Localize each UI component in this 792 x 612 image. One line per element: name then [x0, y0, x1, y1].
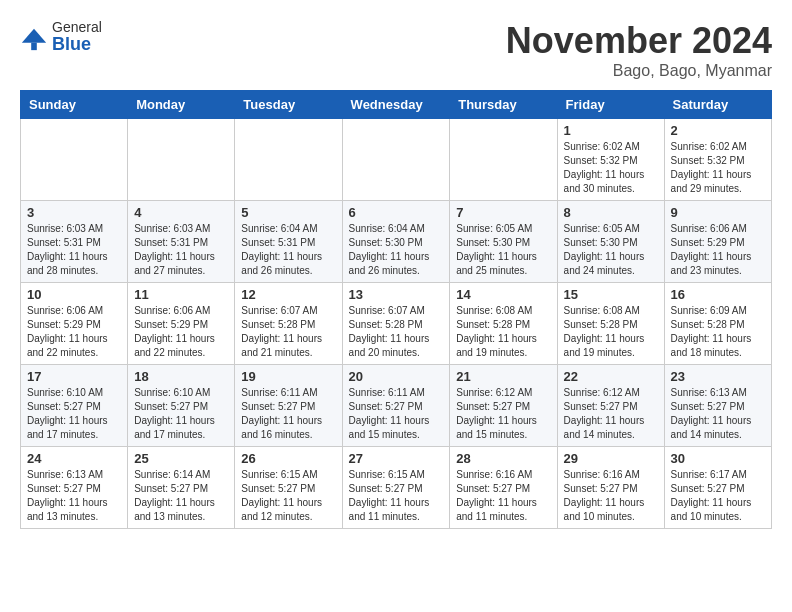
- day-number: 23: [671, 369, 765, 384]
- calendar-cell: 17Sunrise: 6:10 AM Sunset: 5:27 PM Dayli…: [21, 365, 128, 447]
- logo: General Blue: [20, 20, 102, 55]
- day-info: Sunrise: 6:04 AM Sunset: 5:30 PM Dayligh…: [349, 222, 444, 278]
- day-info: Sunrise: 6:03 AM Sunset: 5:31 PM Dayligh…: [134, 222, 228, 278]
- day-info: Sunrise: 6:07 AM Sunset: 5:28 PM Dayligh…: [349, 304, 444, 360]
- header: General Blue November 2024 Bago, Bago, M…: [20, 20, 772, 80]
- calendar-cell: 7Sunrise: 6:05 AM Sunset: 5:30 PM Daylig…: [450, 201, 557, 283]
- day-info: Sunrise: 6:02 AM Sunset: 5:32 PM Dayligh…: [671, 140, 765, 196]
- day-number: 9: [671, 205, 765, 220]
- calendar-cell: 16Sunrise: 6:09 AM Sunset: 5:28 PM Dayli…: [664, 283, 771, 365]
- day-info: Sunrise: 6:11 AM Sunset: 5:27 PM Dayligh…: [349, 386, 444, 442]
- day-info: Sunrise: 6:17 AM Sunset: 5:27 PM Dayligh…: [671, 468, 765, 524]
- calendar-cell: 1Sunrise: 6:02 AM Sunset: 5:32 PM Daylig…: [557, 119, 664, 201]
- day-info: Sunrise: 6:08 AM Sunset: 5:28 PM Dayligh…: [564, 304, 658, 360]
- day-number: 13: [349, 287, 444, 302]
- day-info: Sunrise: 6:13 AM Sunset: 5:27 PM Dayligh…: [27, 468, 121, 524]
- day-info: Sunrise: 6:06 AM Sunset: 5:29 PM Dayligh…: [134, 304, 228, 360]
- day-number: 6: [349, 205, 444, 220]
- day-info: Sunrise: 6:05 AM Sunset: 5:30 PM Dayligh…: [564, 222, 658, 278]
- calendar-cell: 25Sunrise: 6:14 AM Sunset: 5:27 PM Dayli…: [128, 447, 235, 529]
- calendar-cell: 20Sunrise: 6:11 AM Sunset: 5:27 PM Dayli…: [342, 365, 450, 447]
- logo-text: General Blue: [52, 20, 102, 55]
- day-number: 14: [456, 287, 550, 302]
- day-number: 1: [564, 123, 658, 138]
- day-info: Sunrise: 6:09 AM Sunset: 5:28 PM Dayligh…: [671, 304, 765, 360]
- calendar-cell: 30Sunrise: 6:17 AM Sunset: 5:27 PM Dayli…: [664, 447, 771, 529]
- logo-icon: [20, 24, 48, 52]
- day-info: Sunrise: 6:06 AM Sunset: 5:29 PM Dayligh…: [27, 304, 121, 360]
- day-info: Sunrise: 6:08 AM Sunset: 5:28 PM Dayligh…: [456, 304, 550, 360]
- day-info: Sunrise: 6:13 AM Sunset: 5:27 PM Dayligh…: [671, 386, 765, 442]
- title-area: November 2024 Bago, Bago, Myanmar: [506, 20, 772, 80]
- calendar-cell: 13Sunrise: 6:07 AM Sunset: 5:28 PM Dayli…: [342, 283, 450, 365]
- calendar-cell: 6Sunrise: 6:04 AM Sunset: 5:30 PM Daylig…: [342, 201, 450, 283]
- calendar-cell: 26Sunrise: 6:15 AM Sunset: 5:27 PM Dayli…: [235, 447, 342, 529]
- col-header-friday: Friday: [557, 91, 664, 119]
- col-header-tuesday: Tuesday: [235, 91, 342, 119]
- day-number: 8: [564, 205, 658, 220]
- day-info: Sunrise: 6:06 AM Sunset: 5:29 PM Dayligh…: [671, 222, 765, 278]
- day-info: Sunrise: 6:04 AM Sunset: 5:31 PM Dayligh…: [241, 222, 335, 278]
- day-number: 27: [349, 451, 444, 466]
- day-number: 7: [456, 205, 550, 220]
- day-info: Sunrise: 6:11 AM Sunset: 5:27 PM Dayligh…: [241, 386, 335, 442]
- day-info: Sunrise: 6:05 AM Sunset: 5:30 PM Dayligh…: [456, 222, 550, 278]
- day-info: Sunrise: 6:10 AM Sunset: 5:27 PM Dayligh…: [27, 386, 121, 442]
- day-number: 10: [27, 287, 121, 302]
- day-number: 4: [134, 205, 228, 220]
- day-number: 29: [564, 451, 658, 466]
- col-header-saturday: Saturday: [664, 91, 771, 119]
- day-info: Sunrise: 6:15 AM Sunset: 5:27 PM Dayligh…: [349, 468, 444, 524]
- calendar-cell: 12Sunrise: 6:07 AM Sunset: 5:28 PM Dayli…: [235, 283, 342, 365]
- day-info: Sunrise: 6:12 AM Sunset: 5:27 PM Dayligh…: [456, 386, 550, 442]
- day-number: 19: [241, 369, 335, 384]
- day-number: 24: [27, 451, 121, 466]
- day-number: 30: [671, 451, 765, 466]
- day-number: 15: [564, 287, 658, 302]
- svg-rect-1: [31, 42, 37, 49]
- calendar-cell: [450, 119, 557, 201]
- calendar-cell: 2Sunrise: 6:02 AM Sunset: 5:32 PM Daylig…: [664, 119, 771, 201]
- calendar-header-row: SundayMondayTuesdayWednesdayThursdayFrid…: [21, 91, 772, 119]
- calendar-cell: 10Sunrise: 6:06 AM Sunset: 5:29 PM Dayli…: [21, 283, 128, 365]
- week-row-4: 17Sunrise: 6:10 AM Sunset: 5:27 PM Dayli…: [21, 365, 772, 447]
- day-info: Sunrise: 6:16 AM Sunset: 5:27 PM Dayligh…: [564, 468, 658, 524]
- calendar-cell: 14Sunrise: 6:08 AM Sunset: 5:28 PM Dayli…: [450, 283, 557, 365]
- calendar-cell: [128, 119, 235, 201]
- day-number: 28: [456, 451, 550, 466]
- location-title: Bago, Bago, Myanmar: [506, 62, 772, 80]
- day-number: 25: [134, 451, 228, 466]
- day-info: Sunrise: 6:10 AM Sunset: 5:27 PM Dayligh…: [134, 386, 228, 442]
- day-number: 22: [564, 369, 658, 384]
- day-number: 3: [27, 205, 121, 220]
- calendar-cell: 8Sunrise: 6:05 AM Sunset: 5:30 PM Daylig…: [557, 201, 664, 283]
- calendar-cell: 11Sunrise: 6:06 AM Sunset: 5:29 PM Dayli…: [128, 283, 235, 365]
- calendar-cell: 24Sunrise: 6:13 AM Sunset: 5:27 PM Dayli…: [21, 447, 128, 529]
- calendar-cell: 5Sunrise: 6:04 AM Sunset: 5:31 PM Daylig…: [235, 201, 342, 283]
- day-info: Sunrise: 6:14 AM Sunset: 5:27 PM Dayligh…: [134, 468, 228, 524]
- day-number: 12: [241, 287, 335, 302]
- calendar-cell: 23Sunrise: 6:13 AM Sunset: 5:27 PM Dayli…: [664, 365, 771, 447]
- calendar-cell: [235, 119, 342, 201]
- day-number: 11: [134, 287, 228, 302]
- calendar-cell: 22Sunrise: 6:12 AM Sunset: 5:27 PM Dayli…: [557, 365, 664, 447]
- week-row-1: 1Sunrise: 6:02 AM Sunset: 5:32 PM Daylig…: [21, 119, 772, 201]
- calendar-cell: 28Sunrise: 6:16 AM Sunset: 5:27 PM Dayli…: [450, 447, 557, 529]
- calendar-cell: 27Sunrise: 6:15 AM Sunset: 5:27 PM Dayli…: [342, 447, 450, 529]
- calendar-cell: 18Sunrise: 6:10 AM Sunset: 5:27 PM Dayli…: [128, 365, 235, 447]
- calendar-cell: 21Sunrise: 6:12 AM Sunset: 5:27 PM Dayli…: [450, 365, 557, 447]
- logo-general-text: General: [52, 20, 102, 35]
- col-header-thursday: Thursday: [450, 91, 557, 119]
- calendar-cell: 9Sunrise: 6:06 AM Sunset: 5:29 PM Daylig…: [664, 201, 771, 283]
- calendar-cell: 19Sunrise: 6:11 AM Sunset: 5:27 PM Dayli…: [235, 365, 342, 447]
- week-row-5: 24Sunrise: 6:13 AM Sunset: 5:27 PM Dayli…: [21, 447, 772, 529]
- day-number: 2: [671, 123, 765, 138]
- day-number: 20: [349, 369, 444, 384]
- col-header-monday: Monday: [128, 91, 235, 119]
- calendar-cell: 29Sunrise: 6:16 AM Sunset: 5:27 PM Dayli…: [557, 447, 664, 529]
- logo-blue-text: Blue: [52, 35, 102, 55]
- day-info: Sunrise: 6:15 AM Sunset: 5:27 PM Dayligh…: [241, 468, 335, 524]
- svg-marker-0: [22, 28, 46, 42]
- col-header-sunday: Sunday: [21, 91, 128, 119]
- day-info: Sunrise: 6:03 AM Sunset: 5:31 PM Dayligh…: [27, 222, 121, 278]
